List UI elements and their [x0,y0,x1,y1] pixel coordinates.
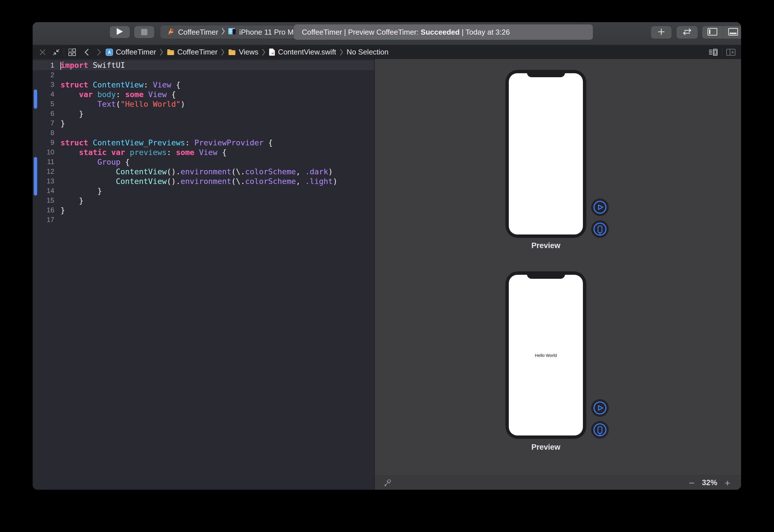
breadcrumb-separator-icon [262,49,265,56]
breadcrumb-item[interactable]: CoffeeTimer [167,48,218,56]
live-preview-button[interactable] [591,198,609,216]
code-line[interactable]: 10 static var previews: some View { [33,147,374,157]
preview-label: Preview [505,443,586,452]
code-text: } [54,109,83,118]
code-text: } [54,206,65,215]
play-icon [116,28,124,37]
grid-icon [68,48,77,57]
toggle-bottom-panel-button[interactable] [723,26,741,39]
line-number: 3 [33,81,54,89]
code-line[interactable]: 5 Text("Hello World") [33,99,374,109]
device-preview-dark [505,70,586,238]
line-number: 13 [33,177,54,185]
preview-label: Preview [505,241,586,250]
back-button[interactable] [84,48,89,56]
breadcrumb-item[interactable]: No Selection [347,48,388,56]
zoom-level-value: 32% [702,478,717,487]
zoom-in-button[interactable]: + [725,478,730,488]
chevron-right-icon [221,28,225,37]
code-line[interactable]: 3struct ContentView: View { [33,80,374,89]
jump-bar-right-controls [708,48,736,56]
code-line[interactable]: 7} [33,118,374,128]
folder-icon [228,49,236,56]
zoom-controls: − 32% + [689,478,730,488]
code-text: ContentView().environment(\.colorScheme,… [54,177,337,186]
minimize-editor-button[interactable] [52,48,60,56]
xcode-window: CoffeeTimer iPhone 11 Pro Max CoffeeTime… [33,22,741,490]
code-line[interactable]: 9struct ContentView_Previews: PreviewPro… [33,138,374,147]
breadcrumb-item[interactable]: ContentView.swift [269,48,336,56]
app-scheme-icon [167,27,175,37]
jump-bar: ACoffeeTimerCoffeeTimerViewsContentView.… [33,45,741,59]
device-preview-light: Hello World [505,271,586,439]
code-text: struct ContentView_Previews: PreviewProv… [54,138,273,147]
line-number: 1 [33,61,54,69]
close-icon [39,49,46,56]
add-editor-button[interactable] [726,48,736,56]
code-line[interactable]: 1import SwiftUI [33,60,374,70]
zoom-out-button[interactable]: − [689,478,694,488]
breadcrumb-label: CoffeeTimer [116,48,156,56]
device-circle-icon [591,421,609,439]
divider [722,48,722,56]
breadcrumb-separator-icon [221,49,225,56]
breadcrumb-label: CoffeeTimer [177,48,218,56]
add-editor-icon [726,48,736,56]
panel-toggle-group [702,26,741,39]
code-text: static var previews: some View { [54,148,227,157]
breadcrumb-item[interactable]: Views [228,48,258,56]
canvas-bottom-bar: − 32% + [375,476,741,490]
line-number: 16 [33,206,54,214]
code-line[interactable]: 16} [33,205,374,215]
code-text: Text("Hello World") [54,100,185,108]
breadcrumb-label: No Selection [347,48,388,56]
editor-options-icon [708,48,719,56]
line-number: 10 [33,148,54,156]
stop-button[interactable] [134,26,154,38]
preview-on-device-button[interactable] [591,421,609,439]
left-panel-icon [707,28,717,37]
line-number: 5 [33,100,54,108]
code-line[interactable]: 13 ContentView().environment(\.colorSche… [33,176,374,186]
project-icon: A [106,49,113,56]
breadcrumb-item[interactable]: ACoffeeTimer [106,48,156,56]
related-items-button[interactable] [68,48,77,57]
code-text: } [54,187,102,195]
chevron-right-icon [97,48,102,56]
pin-preview-button[interactable] [383,478,392,488]
breadcrumb: ACoffeeTimerCoffeeTimerViewsContentView.… [106,48,388,56]
source-editor[interactable]: 1import SwiftUI23struct ContentView: Vie… [33,59,374,490]
status-text: CoffeeTimer | Preview CoffeeTimer: Succe… [302,28,510,37]
code-line[interactable]: 14 } [33,186,374,196]
swift-file-icon [269,48,275,56]
svg-text:A: A [108,50,111,55]
code-text: import SwiftUI [54,61,125,70]
breadcrumb-separator-icon [340,49,343,56]
activity-status-bar[interactable]: CoffeeTimer | Preview CoffeeTimer: Succe… [294,24,593,40]
code-line[interactable]: 17 [33,215,374,225]
code-line[interactable]: 2 [33,70,374,80]
device-icon [228,28,237,37]
code-line[interactable]: 11 Group { [33,157,374,167]
code-line[interactable]: 12 ContentView().environment(\.colorSche… [33,167,374,176]
close-editor-button[interactable] [39,49,46,56]
forward-button[interactable] [97,48,102,56]
editor-options-button[interactable] [708,48,719,56]
code-text: Group { [54,158,130,166]
preview-canvas[interactable]: Preview Hello World Preview [374,59,741,490]
editor-swap-button[interactable] [677,26,698,39]
scheme-selector[interactable]: CoffeeTimer iPhone 11 Pro Max [160,26,308,39]
run-button[interactable] [110,26,130,38]
code-text: struct ContentView: View { [54,80,181,89]
scheme-device-label: iPhone 11 Pro Max [239,28,302,37]
breadcrumb-label: ContentView.swift [278,48,336,56]
live-preview-button[interactable] [591,399,609,417]
code-line[interactable]: 4 var body: some View { [33,89,374,99]
code-line[interactable]: 8 [33,128,374,138]
code-line[interactable]: 15 } [33,196,374,205]
preview-on-device-button[interactable] [591,220,609,238]
code-line[interactable]: 6 } [33,109,374,118]
device-screen [509,73,583,234]
library-add-button[interactable] [651,26,672,39]
toggle-left-panel-button[interactable] [702,26,723,39]
